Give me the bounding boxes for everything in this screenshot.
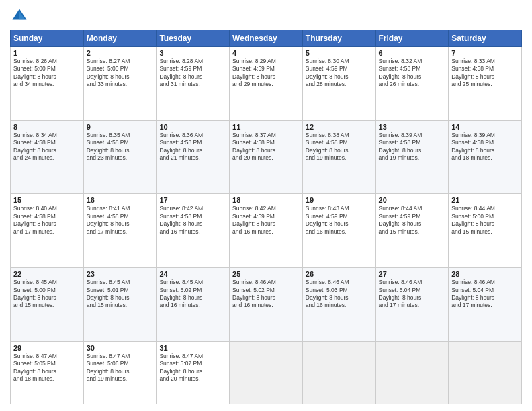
calendar-cell: 3Sunrise: 8:28 AM Sunset: 4:59 PM Daylig… <box>157 47 230 121</box>
cell-info: Sunrise: 8:37 AM Sunset: 4:58 PM Dayligh… <box>232 132 300 163</box>
calendar-cell: 18Sunrise: 8:42 AM Sunset: 4:59 PM Dayli… <box>230 194 303 268</box>
calendar-cell <box>375 341 449 404</box>
day-number: 16 <box>87 196 154 204</box>
logo <box>10 7 32 26</box>
day-number: 20 <box>379 196 446 204</box>
day-number: 12 <box>306 123 373 131</box>
cell-info: Sunrise: 8:47 AM Sunset: 5:05 PM Dayligh… <box>13 353 81 383</box>
cell-info: Sunrise: 8:46 AM Sunset: 5:03 PM Dayligh… <box>306 279 373 310</box>
day-number: 8 <box>13 123 81 131</box>
day-number: 5 <box>306 49 373 57</box>
calendar-cell <box>302 341 375 404</box>
day-number: 19 <box>306 196 373 204</box>
weekday-header-row: SundayMondayTuesdayWednesdayThursdayFrid… <box>11 30 522 47</box>
cell-info: Sunrise: 8:40 AM Sunset: 4:58 PM Dayligh… <box>13 205 81 236</box>
calendar-cell: 31Sunrise: 8:47 AM Sunset: 5:07 PM Dayli… <box>157 341 230 404</box>
weekday-header-monday: Monday <box>83 30 157 47</box>
cell-info: Sunrise: 8:44 AM Sunset: 5:00 PM Dayligh… <box>451 205 519 236</box>
page: SundayMondayTuesdayWednesdayThursdayFrid… <box>0 0 532 411</box>
cell-info: Sunrise: 8:34 AM Sunset: 4:58 PM Dayligh… <box>13 132 81 163</box>
day-number: 26 <box>306 270 373 278</box>
cell-info: Sunrise: 8:26 AM Sunset: 5:00 PM Dayligh… <box>13 58 81 89</box>
weekday-header-tuesday: Tuesday <box>157 30 230 47</box>
calendar-cell: 7Sunrise: 8:33 AM Sunset: 4:58 PM Daylig… <box>449 47 522 121</box>
calendar-cell: 13Sunrise: 8:39 AM Sunset: 4:58 PM Dayli… <box>375 120 449 194</box>
calendar-cell: 4Sunrise: 8:29 AM Sunset: 4:59 PM Daylig… <box>230 47 303 121</box>
calendar-cell: 30Sunrise: 8:47 AM Sunset: 5:06 PM Dayli… <box>83 341 157 404</box>
day-number: 9 <box>87 123 154 131</box>
cell-info: Sunrise: 8:42 AM Sunset: 4:59 PM Dayligh… <box>232 205 300 236</box>
cell-info: Sunrise: 8:29 AM Sunset: 4:59 PM Dayligh… <box>232 58 300 89</box>
cell-info: Sunrise: 8:30 AM Sunset: 4:59 PM Dayligh… <box>306 58 373 89</box>
calendar-cell: 21Sunrise: 8:44 AM Sunset: 5:00 PM Dayli… <box>449 194 522 268</box>
calendar-cell: 8Sunrise: 8:34 AM Sunset: 4:58 PM Daylig… <box>11 120 84 194</box>
weekday-header-thursday: Thursday <box>302 30 375 47</box>
day-number: 3 <box>159 49 226 57</box>
cell-info: Sunrise: 8:32 AM Sunset: 4:58 PM Dayligh… <box>379 58 446 89</box>
calendar-cell: 12Sunrise: 8:38 AM Sunset: 4:58 PM Dayli… <box>302 120 375 194</box>
calendar-cell: 28Sunrise: 8:46 AM Sunset: 5:04 PM Dayli… <box>449 268 522 342</box>
cell-info: Sunrise: 8:45 AM Sunset: 5:02 PM Dayligh… <box>159 279 226 310</box>
logo-icon <box>10 7 29 26</box>
day-number: 10 <box>159 123 226 131</box>
calendar-cell: 26Sunrise: 8:46 AM Sunset: 5:03 PM Dayli… <box>302 268 375 342</box>
cell-info: Sunrise: 8:36 AM Sunset: 4:58 PM Dayligh… <box>159 132 226 163</box>
cell-info: Sunrise: 8:46 AM Sunset: 5:04 PM Dayligh… <box>451 279 519 310</box>
cell-info: Sunrise: 8:42 AM Sunset: 4:58 PM Dayligh… <box>159 205 226 236</box>
cell-info: Sunrise: 8:47 AM Sunset: 5:06 PM Dayligh… <box>87 353 154 383</box>
calendar-cell: 17Sunrise: 8:42 AM Sunset: 4:58 PM Dayli… <box>157 194 230 268</box>
calendar-cell: 29Sunrise: 8:47 AM Sunset: 5:05 PM Dayli… <box>11 341 84 404</box>
day-number: 24 <box>159 270 226 278</box>
day-number: 6 <box>379 49 446 57</box>
day-number: 15 <box>13 196 81 204</box>
calendar-cell: 10Sunrise: 8:36 AM Sunset: 4:58 PM Dayli… <box>157 120 230 194</box>
day-number: 31 <box>159 344 226 352</box>
cell-info: Sunrise: 8:45 AM Sunset: 5:00 PM Dayligh… <box>13 279 81 310</box>
header <box>10 7 522 26</box>
calendar-cell <box>230 341 303 404</box>
day-number: 4 <box>232 49 300 57</box>
calendar-cell: 9Sunrise: 8:35 AM Sunset: 4:58 PM Daylig… <box>83 120 157 194</box>
calendar-cell: 2Sunrise: 8:27 AM Sunset: 5:00 PM Daylig… <box>83 47 157 121</box>
calendar-cell: 1Sunrise: 8:26 AM Sunset: 5:00 PM Daylig… <box>11 47 84 121</box>
calendar-cell: 23Sunrise: 8:45 AM Sunset: 5:01 PM Dayli… <box>83 268 157 342</box>
cell-info: Sunrise: 8:46 AM Sunset: 5:02 PM Dayligh… <box>232 279 300 310</box>
day-number: 22 <box>13 270 81 278</box>
calendar-cell: 25Sunrise: 8:46 AM Sunset: 5:02 PM Dayli… <box>230 268 303 342</box>
calendar-cell: 15Sunrise: 8:40 AM Sunset: 4:58 PM Dayli… <box>11 194 84 268</box>
weekday-header-sunday: Sunday <box>11 30 84 47</box>
cell-info: Sunrise: 8:33 AM Sunset: 4:58 PM Dayligh… <box>451 58 519 89</box>
calendar-cell: 5Sunrise: 8:30 AM Sunset: 4:59 PM Daylig… <box>302 47 375 121</box>
day-number: 29 <box>13 344 81 352</box>
day-number: 13 <box>379 123 446 131</box>
day-number: 1 <box>13 49 81 57</box>
cell-info: Sunrise: 8:45 AM Sunset: 5:01 PM Dayligh… <box>87 279 154 310</box>
day-number: 28 <box>451 270 519 278</box>
day-number: 27 <box>379 270 446 278</box>
cell-info: Sunrise: 8:39 AM Sunset: 4:58 PM Dayligh… <box>379 132 446 163</box>
calendar-cell: 24Sunrise: 8:45 AM Sunset: 5:02 PM Dayli… <box>157 268 230 342</box>
calendar-week-row: 8Sunrise: 8:34 AM Sunset: 4:58 PM Daylig… <box>11 120 522 194</box>
day-number: 2 <box>87 49 154 57</box>
day-number: 25 <box>232 270 300 278</box>
day-number: 17 <box>159 196 226 204</box>
day-number: 23 <box>87 270 154 278</box>
calendar-cell <box>449 341 522 404</box>
calendar-cell: 19Sunrise: 8:43 AM Sunset: 4:59 PM Dayli… <box>302 194 375 268</box>
calendar-cell: 16Sunrise: 8:41 AM Sunset: 4:58 PM Dayli… <box>83 194 157 268</box>
day-number: 11 <box>232 123 300 131</box>
cell-info: Sunrise: 8:27 AM Sunset: 5:00 PM Dayligh… <box>87 58 154 89</box>
weekday-header-wednesday: Wednesday <box>230 30 303 47</box>
cell-info: Sunrise: 8:28 AM Sunset: 4:59 PM Dayligh… <box>159 58 226 89</box>
calendar-cell: 20Sunrise: 8:44 AM Sunset: 4:59 PM Dayli… <box>375 194 449 268</box>
calendar-cell: 14Sunrise: 8:39 AM Sunset: 4:58 PM Dayli… <box>449 120 522 194</box>
calendar-week-row: 29Sunrise: 8:47 AM Sunset: 5:05 PM Dayli… <box>11 341 522 404</box>
cell-info: Sunrise: 8:39 AM Sunset: 4:58 PM Dayligh… <box>451 132 519 163</box>
calendar-cell: 27Sunrise: 8:46 AM Sunset: 5:04 PM Dayli… <box>375 268 449 342</box>
calendar-cell: 11Sunrise: 8:37 AM Sunset: 4:58 PM Dayli… <box>230 120 303 194</box>
cell-info: Sunrise: 8:46 AM Sunset: 5:04 PM Dayligh… <box>379 279 446 310</box>
cell-info: Sunrise: 8:35 AM Sunset: 4:58 PM Dayligh… <box>87 132 154 163</box>
calendar-week-row: 15Sunrise: 8:40 AM Sunset: 4:58 PM Dayli… <box>11 194 522 268</box>
day-number: 30 <box>87 344 154 352</box>
cell-info: Sunrise: 8:43 AM Sunset: 4:59 PM Dayligh… <box>306 205 373 236</box>
